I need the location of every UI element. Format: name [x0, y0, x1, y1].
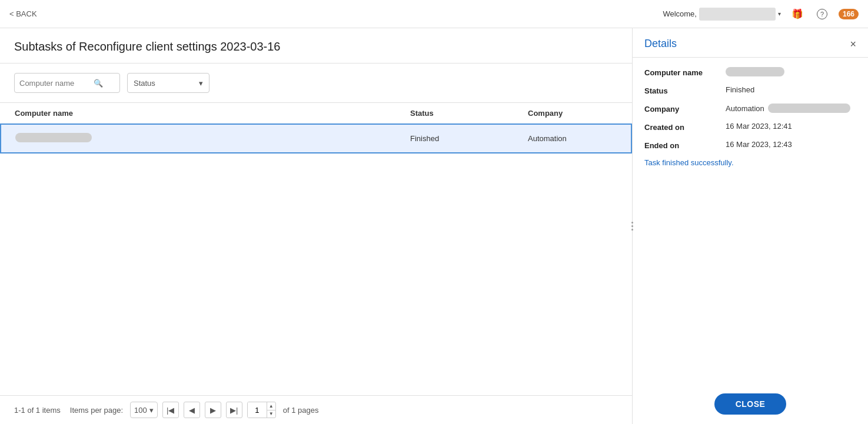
last-page-button[interactable]: ▶|: [226, 402, 242, 418]
col-company: Company: [514, 103, 631, 124]
next-page-button[interactable]: ▶: [205, 402, 221, 418]
details-header: Details ×: [633, 28, 868, 58]
computer-name-input[interactable]: [19, 79, 90, 88]
company-value-pill: [768, 104, 850, 113]
ended-on-value: 16 Mar 2023, 12:43: [726, 140, 792, 149]
pagination-bar: 1-1 of 1 items Items per page: 100 ▾ |◀ …: [0, 395, 632, 424]
table-cell-company: Automation: [514, 124, 631, 153]
help-icon[interactable]: ?: [814, 6, 830, 22]
computer-name-cell-pill: [15, 133, 92, 142]
svg-text:?: ?: [820, 11, 824, 18]
success-message: Task finished successfully.: [644, 158, 856, 167]
main-layout: Subtasks of Reconfigure client settings …: [0, 28, 868, 424]
page-spin-down[interactable]: ▼: [267, 410, 275, 418]
welcome-area: Welcome, ▾: [663, 8, 781, 21]
details-close-x-button[interactable]: ×: [850, 39, 856, 49]
detail-created-on-row: Created on 16 Mar 2023, 12:41: [644, 122, 856, 132]
company-value-wrap: Automation: [726, 104, 850, 113]
topbar-right: Welcome, ▾ 🎁 ? 166: [663, 6, 859, 22]
computer-name-value-pill: [726, 67, 784, 76]
per-page-select[interactable]: 100 ▾: [130, 402, 158, 418]
company-text: Automation: [726, 104, 764, 113]
status-value: Finished: [726, 85, 754, 94]
gift-icon[interactable]: 🎁: [789, 6, 806, 22]
welcome-chevron-icon[interactable]: ▾: [778, 11, 781, 17]
computer-name-label: Computer name: [644, 67, 721, 77]
right-panel: Details × Computer name Status Finished …: [633, 28, 868, 424]
ended-on-label: Ended on: [644, 140, 721, 150]
data-table: Computer name Status Company FinishedAut…: [0, 103, 632, 153]
status-dropdown[interactable]: Status ▾: [127, 73, 209, 93]
status-label: Status: [644, 85, 721, 95]
first-page-button[interactable]: |◀: [162, 402, 179, 418]
back-button[interactable]: < BACK: [9, 9, 37, 18]
table-cell-status: Finished: [396, 124, 514, 153]
detail-status-row: Status Finished: [644, 85, 856, 95]
drag-dot-3: [631, 229, 633, 231]
table-cell-computer-name: [1, 124, 396, 153]
back-label: < BACK: [9, 9, 37, 18]
left-panel: Subtasks of Reconfigure client settings …: [0, 28, 633, 424]
status-chevron-icon: ▾: [199, 79, 203, 88]
items-per-label: Items per page:: [70, 406, 123, 415]
created-on-value: 16 Mar 2023, 12:41: [726, 122, 792, 131]
drag-dot-2: [631, 225, 633, 227]
per-page-value: 100: [134, 406, 147, 415]
welcome-text: Welcome,: [663, 9, 697, 18]
computer-name-search[interactable]: 🔍: [14, 73, 120, 93]
per-page-chevron-icon: ▾: [149, 406, 154, 415]
prev-page-button[interactable]: ◀: [184, 402, 200, 418]
total-pages: of 1 pages: [283, 406, 319, 415]
company-label: Company: [644, 104, 721, 113]
detail-company-row: Company Automation: [644, 104, 856, 113]
table-header-row: Computer name Status Company: [1, 103, 631, 124]
page-title: Subtasks of Reconfigure client settings …: [0, 28, 632, 64]
items-count: 1-1 of 1 items: [14, 406, 61, 415]
close-button[interactable]: CLOSE: [714, 393, 787, 415]
page-spin-up[interactable]: ▲: [267, 402, 275, 410]
search-icon: 🔍: [94, 79, 103, 88]
page-input-wrap: ▲ ▼: [247, 402, 276, 418]
notification-badge[interactable]: 166: [839, 9, 859, 19]
details-title: Details: [644, 38, 677, 50]
detail-ended-on-row: Ended on 16 Mar 2023, 12:43: [644, 140, 856, 150]
status-dropdown-label: Status: [134, 79, 155, 88]
page-input[interactable]: [248, 402, 267, 418]
created-on-label: Created on: [644, 122, 721, 132]
col-computer-name: Computer name: [1, 103, 396, 124]
details-footer: CLOSE: [633, 384, 868, 424]
details-body: Computer name Status Finished Company Au…: [633, 58, 868, 384]
table-row[interactable]: FinishedAutomation: [1, 124, 631, 153]
table-area: Computer name Status Company FinishedAut…: [0, 103, 632, 395]
page-spinners: ▲ ▼: [267, 402, 275, 418]
col-status: Status: [396, 103, 514, 124]
topbar: < BACK Welcome, ▾ 🎁 ? 166: [0, 0, 868, 28]
filters-bar: 🔍 Status ▾: [0, 64, 632, 103]
user-name-dropdown: [699, 8, 776, 21]
detail-computer-name-row: Computer name: [644, 67, 856, 77]
drag-dot-1: [631, 222, 633, 223]
drag-handle[interactable]: [629, 215, 635, 238]
